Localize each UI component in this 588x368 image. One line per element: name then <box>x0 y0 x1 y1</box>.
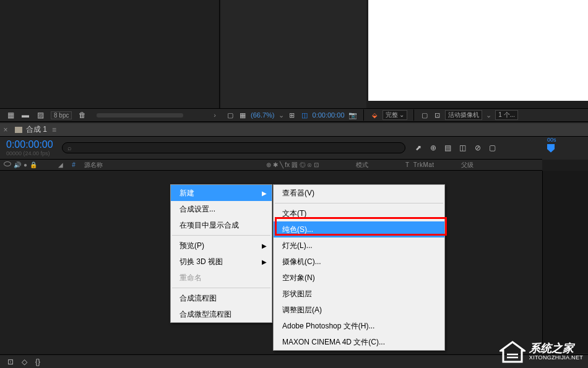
tab-menu-icon[interactable]: ≡ <box>52 126 56 134</box>
source-name-column[interactable]: 源名称 <box>80 161 266 169</box>
submenu-c4d[interactable]: MAXON CINEMA 4D 文件(C)... <box>274 334 444 350</box>
tool-icon-5[interactable]: ⊘ <box>473 143 482 152</box>
views-dropdown[interactable]: 1 个... <box>495 110 518 120</box>
time-ruler[interactable]: 00s <box>542 137 588 160</box>
visibility-column-icon[interactable] <box>4 161 11 166</box>
submenu-light[interactable]: 灯光(L)... <box>274 237 444 254</box>
preview-time[interactable]: 0:00:00:00 <box>313 111 345 119</box>
ruler-tick-label: 00s <box>547 137 556 143</box>
grid-icon[interactable]: ▦ <box>238 111 247 119</box>
house-icon <box>499 341 525 363</box>
label-column-icon[interactable]: ◢ <box>54 161 67 168</box>
timeline-track-area[interactable] <box>542 171 588 353</box>
watermark-title: 系统之家 <box>529 343 583 355</box>
res-icon-1[interactable]: ⊞ <box>288 111 296 119</box>
menu-comp-settings[interactable]: 合成设置... <box>171 201 272 217</box>
submenu-adjustment[interactable]: 调整图层(A) <box>274 302 444 318</box>
project-scrollbar[interactable] <box>97 113 183 118</box>
res-icon-2[interactable]: ◫ <box>300 111 309 119</box>
parent-column: 父级 <box>461 161 492 169</box>
chevron-right-icon[interactable]: › <box>214 111 220 119</box>
new-submenu: 查看器(V) 文本(T) 纯色(S)... 灯光(L)... 摄像机(C)...… <box>273 184 445 351</box>
submenu-shape[interactable]: 形状图层 <box>274 286 444 302</box>
layer-search-input[interactable]: ⌕ <box>62 142 405 153</box>
layer-columns-header: 🔊 ● 🔒 ◢ # 源名称 ⊕ ✱ ╲ fx 圓 ◎ ⊙ ⊡ 模式 T TrkM… <box>0 160 588 171</box>
index-column: # <box>67 161 80 168</box>
menu-switch-3d-view[interactable]: 切换 3D 视图▶ <box>171 254 272 270</box>
search-icon: ⌕ <box>67 144 72 152</box>
menu-comp-flowchart[interactable]: 合成流程图 <box>171 290 272 306</box>
resolution-dropdown[interactable]: 完整 ⌄ <box>383 110 408 120</box>
audio-column-icon[interactable]: 🔊 <box>14 161 21 168</box>
mode-column: 模式 <box>356 161 405 169</box>
menu-rename: 重命名 <box>171 270 272 286</box>
toggle-brackets-icon[interactable]: {} <box>33 357 42 366</box>
panel-toolbar: ▦ ▬ ▨ 8 bpc 🗑 › ▢ ▦ (66.7%) ⌄ ⊞ ◫ 0:00:0… <box>0 108 588 122</box>
bpc-badge[interactable]: 8 bpc <box>51 111 72 119</box>
menu-new[interactable]: 新建▶ <box>171 185 272 201</box>
composition-preview[interactable] <box>368 0 588 101</box>
monitor-icon[interactable]: ▢ <box>226 111 235 119</box>
playhead-icon[interactable] <box>547 144 555 153</box>
submenu-solid[interactable]: 纯色(S)... <box>274 221 444 237</box>
view-icon-1[interactable]: ▢ <box>420 111 429 119</box>
submenu-camera[interactable]: 摄像机(C)... <box>274 254 444 270</box>
timeline-context-menu: 新建▶ 合成设置... 在项目中显示合成 预览(P)▶ 切换 3D 视图▶ 重命… <box>170 184 272 323</box>
timeline-tab-bar: × 合成 1 ≡ <box>0 123 588 137</box>
panel-icon-3[interactable]: ▨ <box>36 111 45 119</box>
toggle-modes-icon[interactable]: ◇ <box>20 357 28 366</box>
menu-preview[interactable]: 预览(P)▶ <box>171 237 272 254</box>
trash-icon[interactable]: 🗑 <box>78 111 87 119</box>
menu-mini-flowchart[interactable]: 合成微型流程图 <box>171 306 272 322</box>
tool-icon-3[interactable]: ▤ <box>444 143 452 152</box>
composition-icon <box>15 127 22 133</box>
composition-tab[interactable]: 合成 1 <box>26 124 47 135</box>
project-panel <box>0 0 220 108</box>
panel-icon-1[interactable]: ▦ <box>6 111 15 119</box>
lock-column-icon[interactable]: 🔒 <box>30 161 37 168</box>
switches-column: ⊕ ✱ ╲ fx 圓 ◎ ⊙ ⊡ <box>266 161 356 169</box>
camera-dropdown[interactable]: 活动摄像机 <box>445 110 482 120</box>
submenu-viewer[interactable]: 查看器(V) <box>274 185 444 201</box>
tool-icon-6[interactable]: ▢ <box>488 143 497 152</box>
panel-icon-2[interactable]: ▬ <box>21 111 30 119</box>
zoom-value[interactable]: (66.7%) <box>251 111 275 119</box>
timecode-row: 0:00:00:00 00000 (24.00 fps) ⌕ ⬈ ⊕ ▤ ◫ ⊘… <box>0 137 588 160</box>
watermark: 系统之家 XITONGZHIJIA.NET <box>499 341 583 363</box>
submenu-null[interactable]: 空对象(N) <box>274 270 444 286</box>
tool-icon-1[interactable]: ⬈ <box>414 143 423 152</box>
toggle-switches-icon[interactable]: ⊡ <box>6 357 15 366</box>
tool-icon-4[interactable]: ◫ <box>459 143 467 152</box>
snapshot-icon[interactable]: 📷 <box>348 111 357 119</box>
tab-close-icon[interactable]: × <box>0 126 11 134</box>
frame-rate-label: 00000 (24.00 fps) <box>6 150 53 156</box>
watermark-url: XITONGZHIJIA.NET <box>529 355 583 361</box>
menu-reveal-comp[interactable]: 在项目中显示合成 <box>171 217 272 233</box>
current-timecode[interactable]: 0:00:00:00 <box>6 139 53 150</box>
tool-icon-2[interactable]: ⊕ <box>429 143 438 152</box>
submenu-text[interactable]: 文本(T) <box>274 205 444 221</box>
submenu-photoshop[interactable]: Adobe Photoshop 文件(H)... <box>274 318 444 334</box>
channel-icon[interactable]: ⬙ <box>370 111 379 119</box>
solo-column-icon[interactable]: ● <box>24 161 27 168</box>
composition-panel-dark <box>221 0 366 108</box>
view-icon-2[interactable]: ⊡ <box>433 111 441 119</box>
